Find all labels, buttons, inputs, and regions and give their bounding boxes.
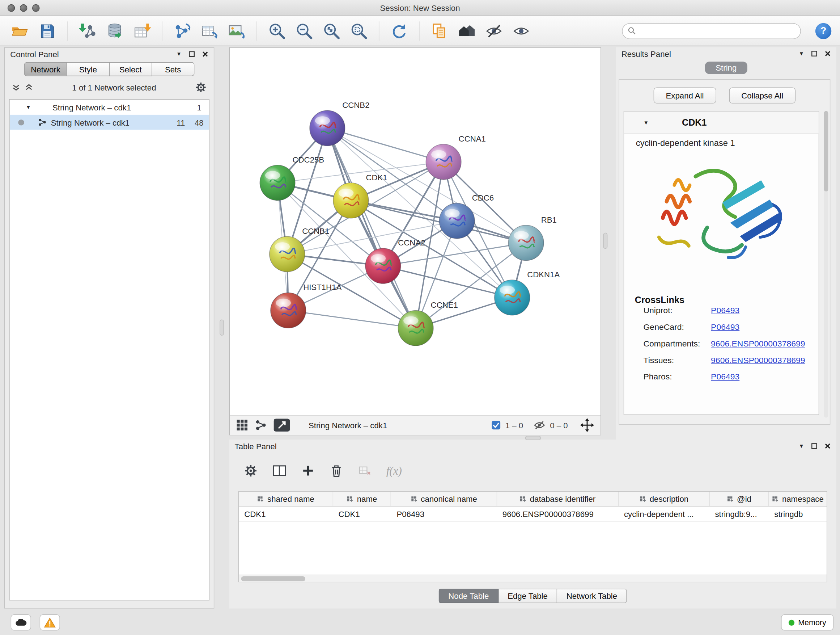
zoom-selected-button[interactable] bbox=[347, 19, 370, 43]
tab-string[interactable]: String bbox=[705, 62, 747, 74]
help-button[interactable]: ? bbox=[815, 23, 831, 39]
network-canvas[interactable]: CCNB2CCNA1CDC25BCDK1CDC6RB1CCNB1CCNA2CDK… bbox=[230, 48, 600, 415]
right-splitter-handle[interactable] bbox=[603, 233, 607, 249]
collapse-all-networks-button[interactable] bbox=[12, 84, 20, 91]
import-network-from-file-button[interactable] bbox=[76, 19, 98, 43]
cell-canonical-name[interactable]: P06493 bbox=[392, 507, 497, 521]
collection-expand-icon[interactable]: ▼ bbox=[26, 105, 31, 110]
home-button[interactable] bbox=[455, 19, 478, 43]
node-RB1[interactable] bbox=[508, 225, 544, 261]
collapse-all-button[interactable]: Collapse All bbox=[729, 87, 796, 103]
delete-column-button[interactable] bbox=[330, 463, 344, 478]
tissues-link[interactable]: 9606.ENSP00000378699 bbox=[711, 356, 805, 365]
pan-mode-button[interactable] bbox=[580, 418, 594, 432]
gene-card-header[interactable]: ▼ CDK1 bbox=[624, 111, 819, 134]
node-CCNB1[interactable] bbox=[270, 236, 305, 272]
save-session-button[interactable] bbox=[36, 19, 58, 43]
search-input[interactable] bbox=[639, 27, 795, 35]
zoom-out-button[interactable] bbox=[293, 19, 316, 43]
network-overview-button[interactable] bbox=[255, 419, 267, 431]
panel-menu-icon[interactable]: ▼ bbox=[176, 51, 182, 57]
table-options-button[interactable] bbox=[244, 464, 257, 477]
close-panel-button[interactable] bbox=[202, 51, 208, 57]
open-session-button[interactable] bbox=[9, 19, 31, 43]
column-header[interactable]: @id bbox=[710, 492, 769, 506]
node-CCNE1[interactable] bbox=[398, 310, 433, 346]
network-collection-row[interactable]: ▼ String Network – cdk1 1 bbox=[10, 100, 209, 114]
column-header[interactable]: canonical name bbox=[392, 492, 497, 506]
create-column-button[interactable] bbox=[302, 464, 315, 477]
delete-table-button-disabled[interactable] bbox=[358, 465, 371, 477]
cloud-status-button[interactable] bbox=[11, 614, 31, 630]
cell-id[interactable]: stringdb:9... bbox=[710, 507, 769, 521]
zoom-in-button[interactable] bbox=[266, 19, 288, 43]
node-CDK1[interactable] bbox=[333, 183, 369, 218]
cell-shared-name[interactable]: CDK1 bbox=[239, 507, 333, 521]
collapse-gene-icon[interactable]: ▼ bbox=[644, 120, 649, 125]
tab-sets[interactable]: Sets bbox=[152, 62, 194, 76]
open-in-new-window-button[interactable] bbox=[274, 419, 290, 432]
show-annotations-button[interactable] bbox=[510, 19, 532, 43]
column-header[interactable]: shared name bbox=[239, 492, 333, 506]
close-panel-button[interactable] bbox=[824, 443, 831, 449]
export-table-button[interactable] bbox=[198, 19, 221, 43]
table-row[interactable]: CDK1 CDK1 P06493 9606.ENSP00000378699 cy… bbox=[239, 507, 827, 521]
search-box[interactable] bbox=[622, 23, 801, 39]
genecard-link[interactable]: P06493 bbox=[711, 322, 739, 332]
tab-select[interactable]: Select bbox=[110, 62, 152, 76]
tab-node-table[interactable]: Node Table bbox=[439, 589, 499, 603]
left-splitter-handle[interactable] bbox=[219, 320, 224, 336]
export-image-button[interactable] bbox=[225, 19, 248, 43]
tab-edge-table[interactable]: Edge Table bbox=[499, 589, 557, 603]
float-panel-button[interactable] bbox=[188, 51, 195, 57]
network-options-button[interactable] bbox=[196, 82, 207, 93]
node-HIST1H1A[interactable] bbox=[271, 293, 306, 328]
edge-HIST1H1A-CCNE1[interactable] bbox=[288, 310, 416, 328]
copy-document-button[interactable] bbox=[428, 19, 450, 43]
export-network-button[interactable] bbox=[171, 19, 193, 43]
close-window-button[interactable] bbox=[8, 4, 15, 11]
network-graph[interactable]: CCNB2CCNA1CDC25BCDK1CDC6RB1CCNB1CCNA2CDK… bbox=[230, 48, 600, 415]
float-panel-button[interactable] bbox=[811, 50, 818, 57]
apply-layout-button[interactable] bbox=[388, 19, 410, 43]
bottom-splitter-handle[interactable] bbox=[525, 436, 541, 440]
column-header[interactable]: name bbox=[333, 492, 392, 506]
scrollbar-thumb[interactable] bbox=[824, 111, 829, 192]
scrollbar-thumb[interactable] bbox=[241, 576, 305, 581]
horizontal-scrollbar[interactable] bbox=[239, 575, 827, 581]
panel-menu-icon[interactable]: ▼ bbox=[799, 443, 804, 449]
results-scrollbar[interactable] bbox=[824, 111, 829, 418]
zoom-fit-button[interactable] bbox=[321, 19, 343, 43]
column-header[interactable]: description bbox=[619, 492, 709, 506]
show-columns-button[interactable] bbox=[272, 464, 286, 477]
uniprot-link[interactable]: P06493 bbox=[711, 306, 739, 315]
compartments-link[interactable]: 9606.ENSP00000378699 bbox=[711, 339, 805, 348]
import-table-from-file-button[interactable] bbox=[131, 19, 153, 43]
minimize-window-button[interactable] bbox=[20, 4, 27, 11]
node-CDKN1A[interactable] bbox=[494, 280, 530, 315]
expand-all-button[interactable]: Expand All bbox=[653, 87, 716, 103]
cell-description[interactable]: cyclin-dependent ... bbox=[619, 507, 709, 521]
network-row-selected[interactable]: String Network – cdk1 11 48 bbox=[10, 115, 209, 130]
panel-menu-icon[interactable]: ▼ bbox=[799, 51, 804, 57]
column-header[interactable]: namespace bbox=[769, 492, 827, 506]
cell-database-identifier[interactable]: 9606.ENSP00000378699 bbox=[497, 507, 619, 521]
edge-CCNB2-CCNE1[interactable] bbox=[327, 128, 416, 328]
pharos-link[interactable]: P06493 bbox=[711, 372, 739, 382]
node-CCNA1[interactable] bbox=[426, 144, 461, 180]
node-CDC25B[interactable] bbox=[260, 165, 295, 201]
import-network-from-database-button[interactable] bbox=[103, 19, 126, 43]
column-header[interactable]: database identifier bbox=[497, 492, 619, 506]
close-panel-button[interactable] bbox=[824, 50, 831, 57]
float-panel-button[interactable] bbox=[811, 443, 818, 449]
tab-network-table[interactable]: Network Table bbox=[557, 589, 627, 603]
cell-name[interactable]: CDK1 bbox=[333, 507, 392, 521]
function-builder-button[interactable]: f(x) bbox=[386, 464, 402, 478]
hide-annotations-button[interactable] bbox=[483, 19, 505, 43]
edge-CCNB2-CCNA1[interactable] bbox=[327, 128, 444, 162]
node-CCNB2[interactable] bbox=[309, 111, 345, 146]
cell-namespace[interactable]: stringdb bbox=[769, 507, 827, 521]
warnings-button[interactable] bbox=[40, 614, 60, 630]
expand-all-networks-button[interactable] bbox=[25, 84, 33, 91]
node-CCNA2[interactable] bbox=[365, 249, 401, 284]
